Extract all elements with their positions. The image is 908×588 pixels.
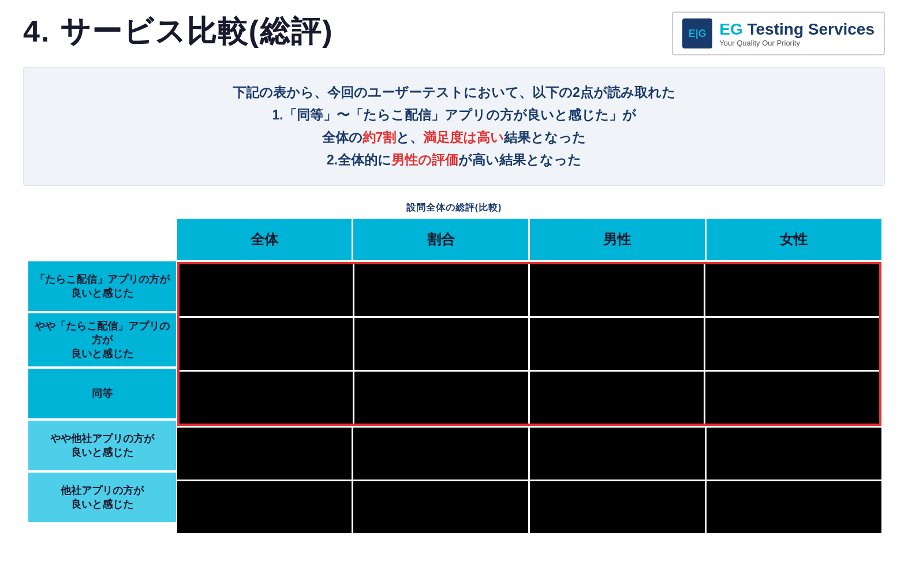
data-cell-0-2 bbox=[530, 264, 704, 316]
logo-testing: Testing Services bbox=[743, 20, 875, 38]
data-cell-3-1 bbox=[353, 428, 528, 480]
row-labels: 「たらこ配信」アプリの方が良いと感じた やや「たらこ配信」アプリの方が良いと感じ… bbox=[27, 219, 177, 533]
data-cell-2-1 bbox=[354, 372, 528, 424]
data-cell-4-1 bbox=[353, 481, 528, 533]
page-title: 4. サービス比較(総評) bbox=[23, 12, 333, 52]
logo-brand: EG Testing Services bbox=[719, 20, 875, 39]
col-header-3: 女性 bbox=[707, 219, 881, 260]
summary-line4-suffix: が高い結果となった bbox=[458, 152, 581, 167]
table-row-1 bbox=[180, 318, 879, 370]
data-cell-4-2 bbox=[530, 481, 705, 533]
table-section: 設問全体の総評(比較) 「たらこ配信」アプリの方が良いと感じた やや「たらこ配信… bbox=[23, 202, 885, 533]
summary-text: 下記の表から、今回のユーザーテストにおいて、以下の2点が読み取れた 1.「同等」… bbox=[47, 81, 861, 171]
table-row-3 bbox=[177, 428, 881, 480]
col-header-1: 割合 bbox=[353, 219, 528, 260]
logo-text-area: EG Testing Services Your Quality Our Pri… bbox=[719, 20, 875, 47]
table-title: 設問全体の総評(比較) bbox=[406, 202, 502, 214]
logo-area: E|G EG Testing Services Your Quality Our… bbox=[672, 12, 885, 55]
data-cell-0-1 bbox=[354, 264, 528, 316]
data-cell-4-3 bbox=[707, 481, 881, 533]
table-row-0 bbox=[180, 264, 879, 316]
header: 4. サービス比較(総評) E|G EG Testing Services Yo… bbox=[23, 12, 885, 55]
data-area: 全体 割合 男性 女性 bbox=[177, 219, 881, 533]
logo-tagline: Your Quality Our Priority bbox=[719, 39, 875, 47]
data-cell-3-0 bbox=[177, 428, 352, 480]
summary-line3-suffix: 結果となった bbox=[504, 130, 586, 145]
table-row-2 bbox=[180, 372, 879, 424]
data-cell-1-0 bbox=[180, 318, 353, 370]
logo-eg: EG bbox=[719, 20, 742, 38]
data-cell-2-3 bbox=[705, 372, 879, 424]
data-cell-2-2 bbox=[530, 372, 704, 424]
page: 4. サービス比較(総評) E|G EG Testing Services Yo… bbox=[0, 0, 908, 588]
logo-icon: E|G bbox=[682, 18, 712, 48]
summary-line3-middle: と、 bbox=[396, 130, 423, 145]
summary-line2: 1.「同等」〜「たらこ配信」アプリの方が良いと感じた」が bbox=[47, 104, 861, 126]
summary-highlight1: 約7割 bbox=[363, 130, 397, 145]
data-cell-1-3 bbox=[705, 318, 879, 370]
summary-highlight3: 男性の評価 bbox=[391, 152, 458, 167]
row-label-4: 他社アプリの方が良いと感じた bbox=[27, 471, 177, 523]
summary-line3-prefix: 全体の bbox=[322, 130, 363, 145]
data-cell-3-3 bbox=[707, 428, 881, 480]
normal-rows bbox=[177, 428, 881, 533]
summary-line4-prefix: 2.全体的に bbox=[327, 152, 391, 167]
data-cell-1-2 bbox=[530, 318, 704, 370]
row-label-3: やや他社アプリの方が良いと感じた bbox=[27, 420, 177, 471]
col-header-2: 男性 bbox=[530, 219, 705, 260]
table-row-4 bbox=[177, 481, 881, 533]
data-cell-3-2 bbox=[530, 428, 705, 480]
summary-line3: 全体の約7割と、満足度は高い結果となった bbox=[47, 126, 861, 149]
col-headers: 全体 割合 男性 女性 bbox=[177, 219, 881, 260]
summary-line4: 2.全体的に男性の評価が高い結果となった bbox=[47, 149, 861, 171]
summary-highlight2: 満足度は高い bbox=[423, 130, 504, 145]
data-cell-0-3 bbox=[705, 264, 879, 316]
row-label-1: やや「たらこ配信」アプリの方が良いと感じた bbox=[27, 312, 177, 368]
data-cell-1-1 bbox=[354, 318, 528, 370]
data-cell-2-0 bbox=[180, 372, 353, 424]
data-cell-0-0 bbox=[180, 264, 353, 316]
row-label-0: 「たらこ配信」アプリの方が良いと感じた bbox=[27, 260, 177, 312]
col-header-0: 全体 bbox=[177, 219, 352, 260]
summary-line1: 下記の表から、今回のユーザーテストにおいて、以下の2点が読み取れた bbox=[47, 81, 861, 104]
table-wrapper: 「たらこ配信」アプリの方が良いと感じた やや「たらこ配信」アプリの方が良いと感じ… bbox=[27, 219, 881, 533]
row-label-header-spacer bbox=[27, 219, 177, 260]
logo-icon-text: E|G bbox=[689, 28, 707, 40]
red-border-group bbox=[177, 262, 881, 426]
row-label-2: 同等 bbox=[27, 368, 177, 420]
summary-box: 下記の表から、今回のユーザーテストにおいて、以下の2点が読み取れた 1.「同等」… bbox=[23, 67, 885, 186]
data-cell-4-0 bbox=[177, 481, 352, 533]
